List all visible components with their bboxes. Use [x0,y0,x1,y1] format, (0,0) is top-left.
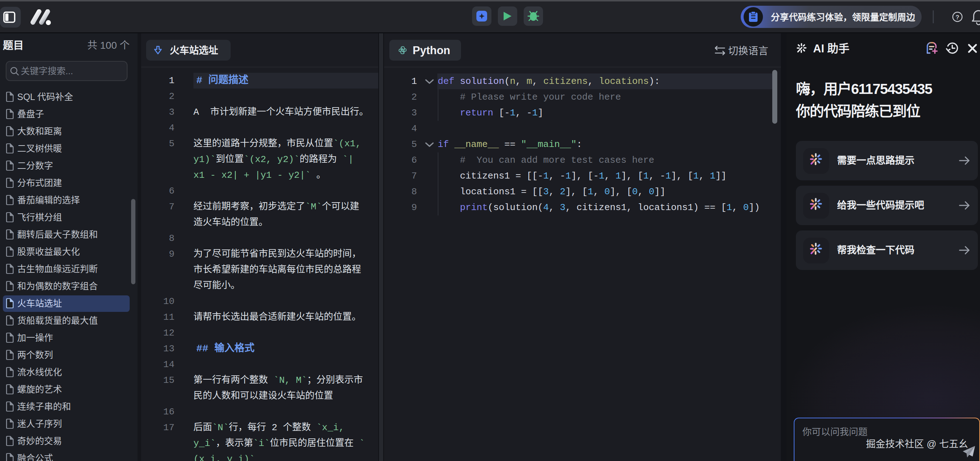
svg-text:?: ? [956,14,959,21]
